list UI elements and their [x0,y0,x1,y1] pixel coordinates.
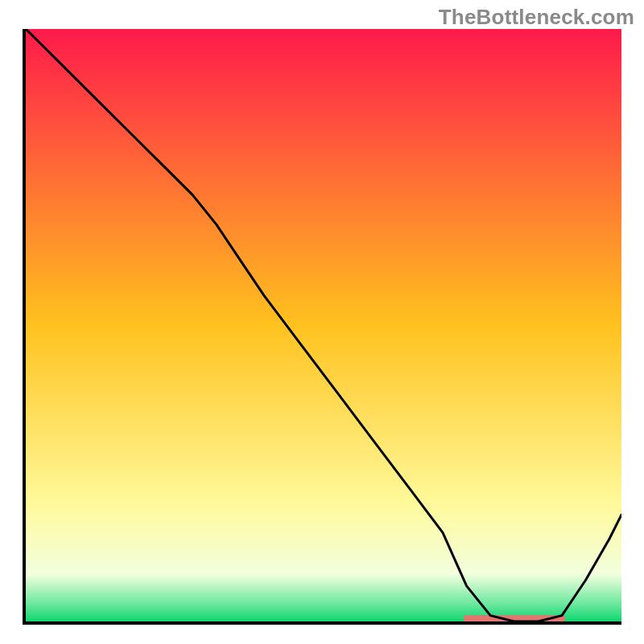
chart-frame: TheBottleneck.com [0,0,644,644]
plot-area [23,29,621,625]
watermark-label: TheBottleneck.com [439,5,634,30]
line-series [26,29,621,621]
